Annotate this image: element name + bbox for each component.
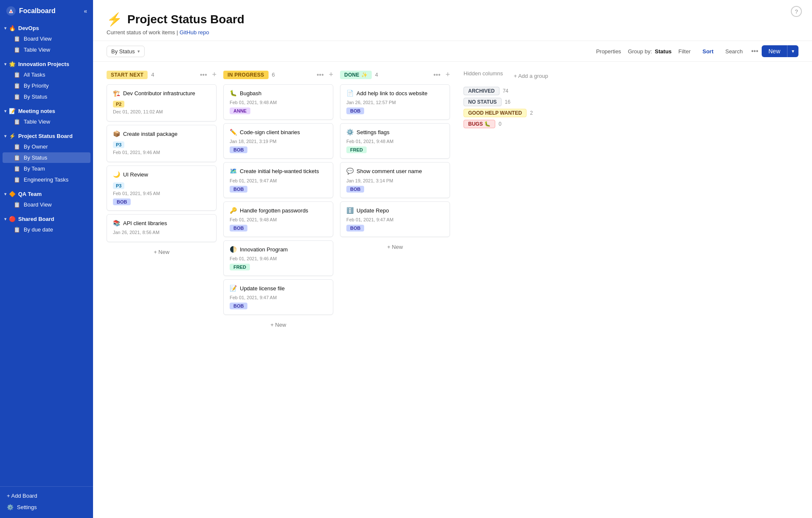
properties-btn[interactable]: Properties — [591, 46, 626, 57]
card-innovation-program[interactable]: 🌓 Innovation Program Feb 01, 2021, 9:46 … — [223, 240, 333, 276]
card-ui-review[interactable]: 🌙 UI Review P3 Feb 01, 2021, 9:45 AM BOB — [107, 165, 217, 210]
sidebar-item-by-team[interactable]: 📋 By Team — [3, 163, 91, 174]
list-icon: 📋 — [14, 72, 20, 78]
card-dev-contributor[interactable]: 🏗️ Dev Contributor infrastructure P2 Dec… — [107, 84, 217, 121]
add-board-btn[interactable]: + Add Board — [4, 490, 89, 501]
github-repo-link[interactable]: GitHub repo — [179, 29, 209, 36]
sidebar-item-psb-status[interactable]: 📋 By Status — [3, 152, 91, 163]
sidebar-item-by-owner[interactable]: 📋 By Owner — [3, 141, 91, 152]
column-add-btn[interactable]: + — [212, 70, 217, 79]
card-title: Innovation Program — [240, 246, 288, 253]
sidebar-collapse-btn[interactable]: « — [84, 8, 87, 14]
sidebar-item-meeting-table[interactable]: 📋 Table View — [3, 116, 91, 127]
sidebar-item-devops-table[interactable]: 📋 Table View — [3, 44, 91, 55]
card-date: Feb 01, 2021, 9:48 AM — [346, 139, 444, 144]
project-status-emoji: ⚡ — [9, 133, 16, 139]
sidebar-item-all-tasks[interactable]: 📋 All Tasks — [3, 69, 91, 80]
add-board-label: + Add Board — [7, 493, 37, 499]
column-more-btn[interactable]: ••• — [433, 71, 441, 79]
card-assignee: BOB — [346, 107, 364, 114]
sidebar-group-devops[interactable]: ▾ 🔥 DevOps — [0, 23, 93, 33]
sidebar-item-label: Table View — [24, 47, 50, 53]
help-icon[interactable]: ? — [791, 6, 802, 17]
group-by-label: Group by: Status — [628, 48, 672, 55]
sidebar-item-engineering-tasks[interactable]: 📋 Engineering Tasks — [3, 174, 91, 185]
column-add-btn[interactable]: + — [329, 70, 333, 79]
card-assignee: BOB — [230, 146, 247, 153]
card-date: Feb 01, 2021, 9:46 AM — [113, 150, 210, 155]
archived-badge: ARCHIVED — [464, 87, 499, 95]
card-create-install[interactable]: 📦 Create install package P3 Feb 01, 2021… — [107, 125, 217, 162]
column-title-badge: IN PROGRESS — [223, 71, 269, 79]
hidden-col-bugs: BUGS 🐛 0 — [464, 120, 550, 128]
sidebar-item-by-due-date[interactable]: 📋 By due date — [3, 224, 91, 235]
engineering-icon: 📋 — [14, 176, 20, 183]
card-date: Jan 18, 2021, 3:19 PM — [230, 139, 327, 144]
chevron-down-icon: ▾ — [4, 109, 6, 113]
add-new-done[interactable]: + New — [340, 240, 450, 253]
card-help-wanted-tickets[interactable]: 🗺️ Create initial help-wanted tickets Fe… — [223, 162, 333, 198]
card-bugbash[interactable]: 🐛 Bugbash Feb 01, 2021, 9:48 AM ANNE — [223, 84, 333, 120]
sidebar-item-label: By Owner — [24, 143, 48, 150]
card-emoji: 📦 — [113, 130, 120, 137]
view-selector[interactable]: By Status ▾ — [107, 46, 145, 57]
card-emoji: ℹ️ — [346, 207, 354, 214]
card-api-client[interactable]: 📚 API client libraries Jan 26, 2021, 8:5… — [107, 214, 217, 242]
sidebar-item-by-status[interactable]: 📋 By Status — [3, 91, 91, 102]
svg-point-1 — [10, 11, 12, 13]
chevron-down-icon: ▾ — [4, 217, 6, 221]
sidebar-item-label: All Tasks — [24, 72, 45, 78]
column-header-start-next: START NEXT 4 ••• + — [107, 70, 217, 79]
card-title-row: 🌙 UI Review — [113, 171, 210, 179]
add-new-in-progress[interactable]: + New — [223, 318, 333, 331]
sidebar: Focalboard « ▾ 🔥 DevOps 📋 Board View 📋 T… — [0, 0, 93, 518]
card-add-help-link[interactable]: 📄 Add help link to docs website Jan 26, … — [340, 84, 450, 120]
search-btn[interactable]: Search — [720, 46, 748, 57]
page-subtitle: Current status of work items | GitHub re… — [107, 29, 798, 36]
sidebar-item-by-priority[interactable]: 📋 By Priority — [3, 80, 91, 91]
card-badge-p3: P3 — [113, 182, 124, 189]
card-date: Feb 01, 2021, 9:45 AM — [113, 191, 210, 196]
sidebar-item-label: By Status — [24, 154, 47, 161]
card-show-comment-user[interactable]: 💬 Show comment user name Jan 19, 2021, 3… — [340, 162, 450, 198]
board-icon: 📋 — [14, 201, 20, 208]
sidebar-group-qa[interactable]: ▾ 🔶 QA Team — [0, 189, 93, 199]
sidebar-item-qa-board[interactable]: 📋 Board View — [3, 199, 91, 210]
column-more-btn[interactable]: ••• — [317, 71, 324, 79]
sidebar-group-label-devops: DevOps — [18, 25, 39, 31]
board-area: START NEXT 4 ••• + 🏗️ Dev Contributor in… — [93, 62, 812, 518]
card-code-sign[interactable]: ✏️ Code-sign client binaries Jan 18, 202… — [223, 123, 333, 159]
new-dropdown-btn[interactable]: ▾ — [787, 45, 798, 57]
settings-btn[interactable]: ⚙️ Settings — [4, 501, 89, 513]
column-add-btn[interactable]: + — [445, 70, 450, 79]
new-main-btn[interactable]: New — [762, 45, 787, 57]
more-options-btn[interactable]: ••• — [749, 47, 760, 55]
card-update-license[interactable]: 📝 Update license file Feb 01, 2021, 9:47… — [223, 279, 333, 315]
sidebar-group-project-status[interactable]: ▾ ⚡ Project Status Board — [0, 131, 93, 141]
add-group-btn[interactable]: + Add a group — [512, 71, 550, 81]
card-title-row: 🔑 Handle forgotten passwords — [230, 207, 327, 215]
sidebar-group-meeting[interactable]: ▾ 📝 Meeting notes — [0, 106, 93, 116]
sidebar-header: Focalboard « — [0, 0, 93, 20]
sidebar-group-shared[interactable]: ▾ 🔴 Shared Board — [0, 214, 93, 224]
card-assignee: BOB — [230, 225, 247, 231]
sidebar-item-label: By Team — [24, 165, 45, 172]
no-status-badge: NO STATUS — [464, 98, 502, 106]
column-title-badge: DONE ✨ — [340, 71, 372, 79]
card-settings-flags[interactable]: ⚙️ Settings flags Feb 01, 2021, 9:48 AM … — [340, 123, 450, 159]
column-more-btn[interactable]: ••• — [200, 71, 207, 79]
filter-btn[interactable]: Filter — [673, 46, 696, 57]
card-update-repo[interactable]: ℹ️ Update Repo Feb 01, 2021, 9:47 AM BOB — [340, 201, 450, 237]
card-forgotten-passwords[interactable]: 🔑 Handle forgotten passwords Feb 01, 202… — [223, 201, 333, 237]
priority-icon: 📋 — [14, 83, 20, 89]
card-assignee: BOB — [113, 198, 131, 205]
card-assignee: BOB — [346, 186, 364, 193]
hidden-col-archived: ARCHIVED 74 — [464, 87, 550, 95]
sidebar-group-innovation[interactable]: ▾ 🌟 Innovation Projects — [0, 59, 93, 69]
card-title-row: 🐛 Bugbash — [230, 90, 327, 97]
hidden-columns-title: Hidden columns — [464, 70, 503, 77]
add-new-start-next[interactable]: + New — [107, 245, 217, 259]
sort-btn[interactable]: Sort — [697, 46, 719, 57]
sidebar-item-devops-board[interactable]: 📋 Board View — [3, 33, 91, 44]
card-assignee: FRED — [346, 146, 367, 153]
